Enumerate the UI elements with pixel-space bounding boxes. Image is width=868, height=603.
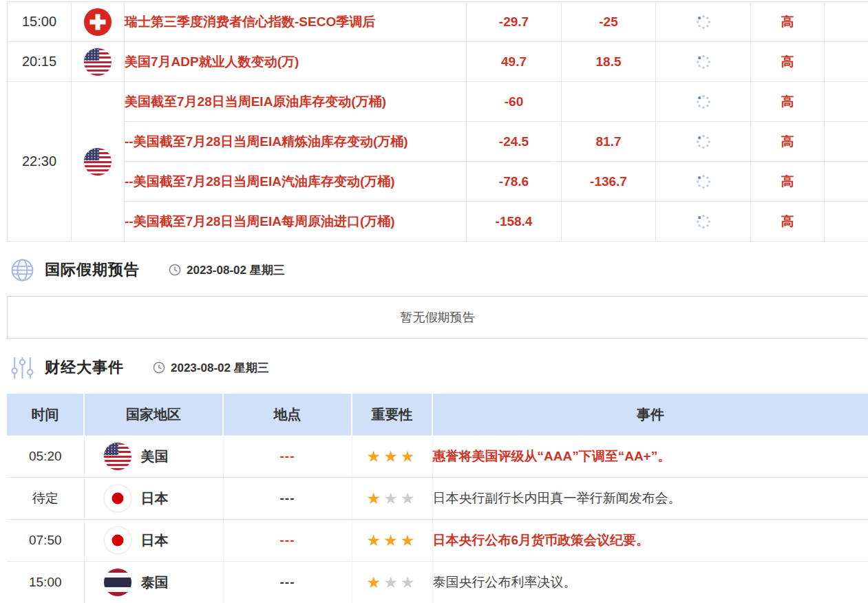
big-event-row[interactable]: 15:00泰国---★★★泰国央行公布利率决议。 [7,562,868,603]
big-events-table: 时间 国家地区 地点 重要性 事件 05:20美国---★★★惠誉将美国评级从“… [7,394,868,603]
usa-flag-icon [84,148,112,176]
event-title-link[interactable]: --美国截至7月28日当周EIA汽油库存变动(万桶) [125,162,467,202]
events-section-date: 2023-08-02 星期三 [171,360,269,376]
country-wrap: 泰国 [85,569,223,596]
event-location: --- [223,562,352,603]
switzerland-flag-icon [84,8,112,36]
importance-level: 高 [751,162,825,202]
header-time: 时间 [7,394,84,436]
published-value-cell [656,162,751,202]
country-name: 泰国 [141,573,169,592]
loading-spinner-icon [695,213,712,230]
chart-placeholder-cell [825,122,868,162]
star-filled-icon: ★ [383,531,401,549]
forecast-value [562,202,656,242]
star-filled-icon: ★ [383,447,401,465]
published-value-cell [656,42,751,82]
economic-data-table: 15:00瑞士第三季度消费者信心指数-SECO季调后-29.7-25高20:15… [7,1,868,242]
event-time: 15:00 [8,2,72,42]
country-name: 美国 [141,447,169,466]
usa-flag-icon [84,48,112,76]
forecast-value: -136.7 [562,162,656,202]
event-title-link[interactable]: 瑞士第三季度消费者信心指数-SECO季调后 [125,2,467,42]
country-cell: 日本 [84,478,223,520]
event-time: 20:15 [8,42,72,82]
japan-flag-icon [104,527,131,554]
economic-data-row[interactable]: --美国截至7月28日当周EIA汽油库存变动(万桶)-78.6-136.7高 [8,162,868,202]
economic-data-row[interactable]: --美国截至7月28日当周EIA精炼油库存变动(万桶)-24.581.7高 [8,122,868,162]
event-description[interactable]: 泰国央行公布利率决议。 [432,562,868,603]
event-time: 07:50 [7,520,84,562]
clock-icon [153,361,165,374]
event-title-link[interactable]: --美国截至7月28日当周EIA精炼油库存变动(万桶) [125,122,467,162]
country-cell: 日本 [84,520,223,562]
chart-placeholder-cell [825,162,868,202]
country-cell: 美国 [84,436,223,478]
published-value-cell [656,2,751,42]
star-filled-icon: ★ [367,531,384,549]
chart-placeholder-cell [825,42,868,82]
holiday-section-header: 国际假期预告 2023-08-02 星期三 [10,256,285,284]
big-event-row[interactable]: 07:50日本---★★★日本央行公布6月货币政策会议纪要。 [7,520,868,562]
country-flag-cell [72,42,125,82]
forecast-value: -25 [562,2,656,42]
star-filled-icon: ★ [401,531,418,549]
star-empty-icon: ★ [401,573,418,591]
usa-flag-icon [104,443,131,470]
header-event: 事件 [432,394,868,436]
big-event-row[interactable]: 05:20美国---★★★惠誉将美国评级从“AAA”下调至“AA+”。 [7,436,868,478]
sliders-icon [10,355,35,381]
previous-value: -78.6 [467,162,562,202]
star-empty-icon: ★ [383,573,401,591]
importance-stars: ★★★ [352,436,432,478]
economic-data-row[interactable]: 20:15美国7月ADP就业人数变动(万)49.718.5高 [8,42,868,82]
country-cell: 泰国 [84,562,223,603]
previous-value: -60 [467,82,562,122]
event-title-link[interactable]: 美国截至7月28日当周EIA原油库存变动(万桶) [125,82,467,122]
event-time: 22:30 [8,82,72,242]
star-filled-icon: ★ [367,447,384,465]
country-name: 日本 [141,489,169,508]
globe-icon [10,257,35,283]
country-wrap: 美国 [85,443,223,470]
holiday-empty-text: 暂无假期预告 [401,309,475,326]
economic-data-row[interactable]: --美国截至7月28日当周EIA每周原油进口(万桶)-158.4高 [8,202,868,242]
importance-level: 高 [751,122,825,162]
forecast-value: 18.5 [562,42,656,82]
star-filled-icon: ★ [367,489,384,507]
thailand-flag-icon [104,569,131,596]
clock-icon [169,264,181,276]
importance-stars: ★★★ [352,520,432,562]
star-empty-icon: ★ [401,489,418,507]
events-section-header: 财经大事件 2023-08-02 星期三 [10,354,269,381]
economic-calendar-page: 15:00瑞士第三季度消费者信心指数-SECO季调后-29.7-25高20:15… [0,0,868,603]
event-title-link[interactable]: 美国7月ADP就业人数变动(万) [125,42,467,82]
importance-stars: ★★★ [352,562,432,603]
event-location: --- [223,478,352,520]
economic-data-row[interactable]: 22:30美国截至7月28日当周EIA原油库存变动(万桶)-60高 [8,82,868,122]
importance-stars: ★★★ [352,478,432,520]
previous-value: -29.7 [467,2,562,42]
event-title-link[interactable]: --美国截至7月28日当周EIA每周原油进口(万桶) [125,202,467,242]
holiday-section-title: 国际假期预告 [45,260,140,280]
forecast-value [562,82,656,122]
economic-data-row[interactable]: 15:00瑞士第三季度消费者信心指数-SECO季调后-29.7-25高 [8,2,868,42]
japan-flag-icon [104,485,131,512]
country-flag-cell [72,2,125,42]
event-description[interactable]: 惠誉将美国评级从“AAA”下调至“AA+”。 [432,436,868,478]
country-flag-cell [72,82,125,242]
published-value-cell [656,122,751,162]
event-description[interactable]: 日本央行公布6月货币政策会议纪要。 [432,520,868,562]
header-importance: 重要性 [352,394,432,436]
event-time: 15:00 [7,562,84,603]
big-event-row[interactable]: 待定日本---★★★日本央行副行长内田真一举行新闻发布会。 [7,478,868,520]
event-description[interactable]: 日本央行副行长内田真一举行新闻发布会。 [432,478,868,520]
importance-level: 高 [751,2,825,42]
loading-spinner-icon [695,54,712,70]
published-value-cell [656,202,751,242]
loading-spinner-icon [695,14,712,30]
chart-placeholder-cell [825,202,868,242]
country-wrap: 日本 [85,485,223,512]
event-time: 05:20 [7,436,84,478]
big-events-table-body: 05:20美国---★★★惠誉将美国评级从“AAA”下调至“AA+”。待定日本-… [7,436,868,603]
